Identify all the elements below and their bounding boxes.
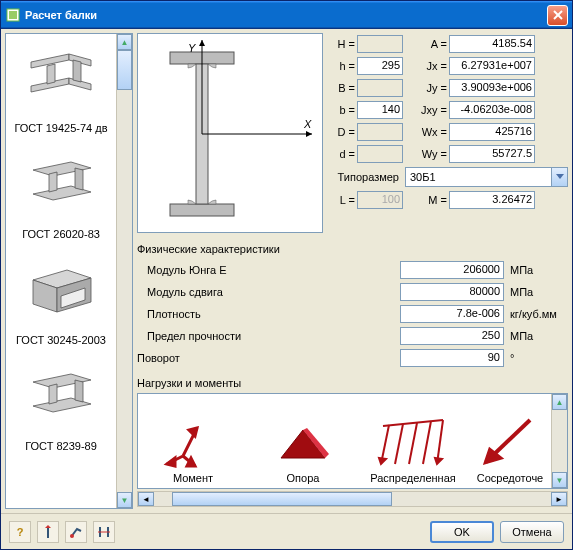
- load-label-3: Сосредоточе: [477, 472, 544, 484]
- sidebar-label-3: ГОСТ 8239-89: [10, 440, 112, 452]
- hscroll-right[interactable]: ►: [551, 492, 567, 506]
- label-D: D =: [327, 126, 357, 138]
- value-G[interactable]: 80000: [400, 283, 504, 301]
- svg-marker-31: [556, 174, 564, 179]
- svg-marker-26: [306, 131, 312, 137]
- cancel-button[interactable]: Отмена: [500, 521, 564, 543]
- content-area: ГОСТ 19425-74 дв ГОСТ 26020-83: [1, 29, 572, 513]
- label-Wx: Wx =: [413, 126, 449, 138]
- app-window: Расчет балки: [0, 0, 573, 550]
- sidebar-scrollbar: ▲ ▼: [116, 34, 132, 508]
- loads-scroll-up[interactable]: ▲: [552, 394, 567, 410]
- value-d[interactable]: [357, 145, 403, 163]
- scroll-thumb[interactable]: [117, 50, 132, 90]
- unit-strength: МПа: [504, 330, 568, 342]
- value-E[interactable]: 206000: [400, 261, 504, 279]
- profile-thumb-1: [19, 146, 103, 224]
- main-panel: X Y H = A = 4185.54 h =: [137, 33, 568, 509]
- label-Jy: Jy =: [413, 82, 449, 94]
- svg-marker-44: [435, 458, 442, 464]
- typo-selected: 30Б1: [406, 171, 551, 183]
- tool-button-3[interactable]: [93, 521, 115, 543]
- label-strength: Предел прочности: [137, 330, 287, 342]
- sidebar-items: ГОСТ 19425-74 дв ГОСТ 26020-83: [6, 34, 116, 508]
- sidebar-item-0[interactable]: ГОСТ 19425-74 дв: [6, 34, 116, 140]
- label-M: M =: [413, 194, 449, 206]
- label-E: Модуль Юнга E: [137, 264, 287, 276]
- value-b[interactable]: 140: [357, 101, 403, 119]
- value-h[interactable]: 295: [357, 57, 403, 75]
- label-H: H =: [327, 38, 357, 50]
- svg-marker-32: [189, 428, 197, 436]
- unit-rho: кг/куб.мм: [504, 308, 568, 320]
- loads-scroll-down[interactable]: ▼: [552, 472, 567, 488]
- unit-G: МПа: [504, 286, 568, 298]
- value-Jy[interactable]: 3.90093e+006: [449, 79, 535, 97]
- loads-vscroll: ▲ ▼: [551, 394, 567, 488]
- value-D[interactable]: [357, 123, 403, 141]
- label-G: Модуль сдвига: [137, 286, 287, 298]
- label-Wy: Wy =: [413, 148, 449, 160]
- svg-line-42: [437, 420, 443, 464]
- value-rotation[interactable]: 90: [400, 349, 504, 367]
- load-item-moment[interactable]: Момент: [138, 394, 248, 488]
- sidebar-item-2[interactable]: ГОСТ 30245-2003: [6, 246, 116, 352]
- upper-section: X Y H = A = 4185.54 h =: [137, 33, 568, 233]
- help-button[interactable]: ?: [9, 521, 31, 543]
- typo-combo[interactable]: 30Б1: [405, 167, 568, 187]
- scroll-down-button[interactable]: ▼: [117, 492, 132, 508]
- label-h: h =: [327, 60, 357, 72]
- svg-line-37: [383, 420, 443, 426]
- tool-button-2[interactable]: [65, 521, 87, 543]
- value-M[interactable]: 3.26472: [449, 191, 535, 209]
- hscroll-left[interactable]: ◄: [138, 492, 154, 506]
- physical-section: Физические характеристики Модуль Юнга E …: [137, 239, 568, 369]
- svg-marker-9: [73, 60, 81, 82]
- svg-rect-1: [9, 11, 17, 19]
- svg-text:X: X: [303, 118, 312, 130]
- scroll-up-button[interactable]: ▲: [117, 34, 132, 50]
- value-B[interactable]: [357, 79, 403, 97]
- value-Jxy[interactable]: -4.06203e-008: [449, 101, 535, 119]
- label-typo: Типоразмер: [327, 171, 405, 183]
- svg-marker-12: [49, 172, 57, 192]
- svg-rect-23: [170, 204, 234, 216]
- value-L[interactable]: 100: [357, 191, 403, 209]
- value-H[interactable]: [357, 35, 403, 53]
- hscroll-track[interactable]: [154, 492, 551, 506]
- profile-thumb-0: [19, 40, 103, 118]
- close-button[interactable]: [547, 5, 568, 26]
- loads-vtrack[interactable]: [552, 410, 567, 472]
- load-item-distributed[interactable]: Распределенная: [358, 394, 468, 488]
- svg-marker-13: [75, 168, 83, 190]
- sidebar-label-0: ГОСТ 19425-74 дв: [10, 122, 112, 134]
- value-strength[interactable]: 250: [400, 327, 504, 345]
- value-Wx[interactable]: 425716: [449, 123, 535, 141]
- svg-text:Y: Y: [188, 42, 196, 54]
- svg-point-49: [70, 534, 74, 538]
- svg-line-41: [423, 421, 431, 464]
- titlebar: Расчет балки: [1, 1, 572, 29]
- loads-list: Момент Опора: [137, 393, 568, 489]
- unit-rotation: °: [504, 352, 568, 364]
- label-A: A =: [413, 38, 449, 50]
- loads-hscroll: ◄ ►: [137, 491, 568, 507]
- ok-button[interactable]: OK: [430, 521, 494, 543]
- scroll-track[interactable]: [117, 50, 132, 492]
- value-A[interactable]: 4185.54: [449, 35, 535, 53]
- sidebar-item-3[interactable]: ГОСТ 8239-89: [6, 352, 116, 458]
- window-title: Расчет балки: [25, 9, 97, 21]
- sidebar-item-1[interactable]: ГОСТ 26020-83: [6, 140, 116, 246]
- profile-thumb-3: [19, 358, 103, 436]
- load-item-concentrated[interactable]: Сосредоточе: [468, 394, 551, 488]
- hscroll-thumb[interactable]: [172, 492, 392, 506]
- load-item-support[interactable]: Опора: [248, 394, 358, 488]
- tool-button-1[interactable]: [37, 521, 59, 543]
- value-rho[interactable]: 7.8e-006: [400, 305, 504, 323]
- combo-dropdown-button[interactable]: [551, 168, 567, 186]
- loads-section: Нагрузки и моменты Момент: [137, 373, 568, 509]
- svg-marker-8: [47, 64, 55, 84]
- value-Jx[interactable]: 6.27931e+007: [449, 57, 535, 75]
- value-Wy[interactable]: 55727.5: [449, 145, 535, 163]
- label-d: d =: [327, 148, 357, 160]
